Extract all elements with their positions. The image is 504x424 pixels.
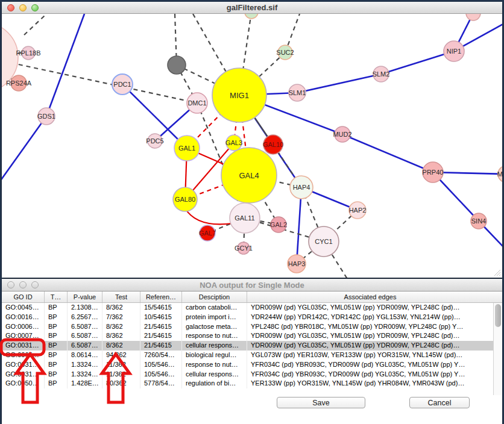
noa-titlebar[interactable]: NOA output for Single Mode: [2, 279, 502, 292]
cell-associated-edges[interactable]: YDR009W (pd) YGL035C, YML051W (pp) YDR00…: [247, 331, 493, 341]
cell-description[interactable]: carbon cataboli…: [182, 303, 247, 313]
node-gray-node[interactable]: [168, 56, 186, 74]
cell-description[interactable]: cellular respons…: [182, 370, 247, 379]
minimize-button[interactable]: [19, 4, 27, 11]
cell-type[interactable]: BP: [45, 360, 68, 370]
close-button[interactable]: [7, 281, 14, 288]
cell-p-value[interactable]: 2.1308…: [68, 303, 102, 313]
cell-associated-edges[interactable]: YER133W (pp) YOR315W, YNL145W (pd) YHR08…: [247, 379, 493, 388]
cell-type[interactable]: BP: [45, 322, 68, 332]
cell-go-id[interactable]: GO:0007…: [2, 331, 45, 341]
cell-description[interactable]: cellular respons…: [182, 341, 247, 351]
network-canvas[interactable]: RPL18BRPS24AGDS1PDC1PDC5DMC1MIG1SUC2SLM1…: [2, 14, 502, 278]
node-green-top[interactable]: [245, 14, 258, 19]
table-row[interactable]: GO:0016…BP6.2567…7/36210/54615protein im…: [2, 313, 493, 322]
cell-type[interactable]: BP: [45, 313, 68, 322]
cell-associated-edges[interactable]: YDR244W (pp) YDR142C, YDR142C (pp) YGL15…: [247, 313, 493, 322]
cell-p-value[interactable]: 6.5087…: [68, 322, 102, 332]
cell-test[interactable]: 11/362: [102, 360, 140, 370]
cell-associated-edges[interactable]: YGL073W (pd) YER103W, YER133W (pp) YOR31…: [247, 351, 493, 360]
cell-type[interactable]: BP: [45, 351, 68, 360]
cell-test[interactable]: 80/362: [102, 379, 140, 388]
cell-description[interactable]: protein import i…: [182, 313, 247, 322]
zoom-button[interactable]: [31, 4, 39, 11]
cell-type[interactable]: BP: [45, 303, 68, 313]
column-header-type[interactable]: T…: [45, 292, 68, 302]
column-header-go-id[interactable]: GO ID: [2, 292, 45, 302]
network-edge[interactable]: [342, 134, 433, 172]
cell-test[interactable]: 8/362: [102, 303, 140, 313]
cell-go-id[interactable]: GO:0006…: [2, 322, 45, 332]
cell-test[interactable]: 7/362: [102, 313, 140, 322]
minimize-button[interactable]: [19, 281, 27, 288]
column-header-p-value[interactable]: P-value: [68, 292, 102, 302]
cell-test[interactable]: 8/362: [102, 322, 140, 332]
cell-test[interactable]: 8/362: [102, 331, 140, 341]
cell-go-id[interactable]: GO:0016…: [2, 313, 45, 322]
cell-go-id[interactable]: GO:0031…: [2, 360, 45, 370]
close-button[interactable]: [7, 4, 14, 11]
zoom-button[interactable]: [31, 281, 39, 288]
cell-reference[interactable]: 21/54615: [140, 322, 182, 332]
cancel-button[interactable]: Cancel: [409, 397, 470, 408]
scrollbar-thumb[interactable]: [495, 304, 501, 327]
cell-test[interactable]: 11/362: [102, 370, 140, 379]
cell-go-id[interactable]: GO:0065…: [2, 351, 45, 360]
table-row[interactable]: GO:0045…BP2.1308…8/36215/54615carbon cat…: [2, 303, 493, 313]
table-row[interactable]: GO:0050…BP1.428E…80/3625778/54…regulatio…: [2, 379, 493, 388]
network-edge[interactable]: [24, 15, 45, 35]
cell-p-value[interactable]: 8.0614…: [68, 351, 102, 360]
cell-reference[interactable]: 10/54615: [140, 313, 182, 322]
cell-test[interactable]: 94/362: [102, 351, 140, 360]
table-row[interactable]: GO:0031…BP6.5087…8/36221/54615cellular r…: [2, 341, 493, 351]
column-header-associated-edges[interactable]: Associated edges: [247, 292, 493, 302]
table-row[interactable]: GO:0007…BP6.5087…8/36221/54615response t…: [2, 331, 493, 341]
cell-description[interactable]: galactose meta…: [182, 322, 247, 332]
cell-p-value[interactable]: 6.5087…: [68, 331, 102, 341]
cell-go-id[interactable]: GO:0050…: [2, 379, 45, 388]
cell-type[interactable]: BP: [45, 379, 68, 388]
column-header-test[interactable]: Test: [102, 292, 140, 302]
cell-test[interactable]: 8/362: [102, 341, 140, 351]
cell-p-value[interactable]: 1.3324…: [68, 370, 102, 379]
save-button[interactable]: Save: [277, 397, 365, 408]
cell-go-id[interactable]: GO:0031…: [2, 341, 45, 351]
resize-grip-icon[interactable]: [494, 270, 501, 276]
vertical-scrollbar[interactable]: [493, 303, 502, 395]
cell-associated-edges[interactable]: YFR034C (pd) YBR093C, YDR009W (pd) YGL03…: [247, 360, 493, 370]
cell-reference[interactable]: 5778/54…: [140, 379, 182, 388]
cell-type[interactable]: BP: [45, 370, 68, 379]
cell-p-value[interactable]: 1.428E…: [68, 379, 102, 388]
cell-description[interactable]: response to nut…: [182, 331, 247, 341]
cell-go-id[interactable]: GO:0031…: [2, 370, 45, 379]
cell-description[interactable]: response to nut…: [182, 360, 247, 370]
column-header-reference[interactable]: Referen…: [140, 292, 182, 302]
network-edge[interactable]: [46, 14, 84, 116]
cell-associated-edges[interactable]: YFR034C (pd) YBR093C, YDR009W (pd) YGL03…: [247, 370, 493, 379]
table-row[interactable]: GO:0031…BP1.3324…11/362105/546…cellular …: [2, 370, 493, 379]
table-row[interactable]: GO:0006…BP6.5087…8/36221/54615galactose …: [2, 322, 493, 332]
cell-reference[interactable]: 21/54615: [140, 331, 182, 341]
cell-p-value[interactable]: 6.5087…: [68, 341, 102, 351]
network-edge[interactable]: [297, 74, 381, 93]
cell-associated-edges[interactable]: YDR009W (pd) YGL035C, YML051W (pp) YDR00…: [247, 341, 493, 351]
network-titlebar[interactable]: galFiltered.sif: [2, 2, 502, 14]
cell-reference[interactable]: 7260/54…: [140, 351, 182, 360]
cell-go-id[interactable]: GO:0045…: [2, 303, 45, 313]
cell-description[interactable]: regulation of bi…: [182, 379, 247, 388]
cell-reference[interactable]: 15/54615: [140, 303, 182, 313]
cell-reference[interactable]: 105/546…: [140, 370, 182, 379]
table-row[interactable]: GO:0031…BP1.3324…11/362105/546…response …: [2, 360, 493, 370]
network-edge[interactable]: [2, 116, 46, 181]
table-row[interactable]: GO:0065…BP8.0614…94/3627260/54…biologica…: [2, 351, 493, 360]
cell-description[interactable]: biological regul…: [182, 351, 247, 360]
node-pink-top-right[interactable]: [466, 14, 480, 20]
cell-associated-edges[interactable]: YDR009W (pd) YGL035C, YML051W (pp) YDR00…: [247, 303, 493, 313]
column-header-description[interactable]: Desciption: [182, 292, 247, 302]
cell-associated-edges[interactable]: YPL248C (pd) YBR018C, YML051W (pp) YDR00…: [247, 322, 493, 332]
cell-type[interactable]: BP: [45, 341, 68, 351]
cell-type[interactable]: BP: [45, 331, 68, 341]
cell-reference[interactable]: 21/54615: [140, 341, 182, 351]
cell-p-value[interactable]: 1.3324…: [68, 360, 102, 370]
network-edge[interactable]: [381, 51, 454, 74]
